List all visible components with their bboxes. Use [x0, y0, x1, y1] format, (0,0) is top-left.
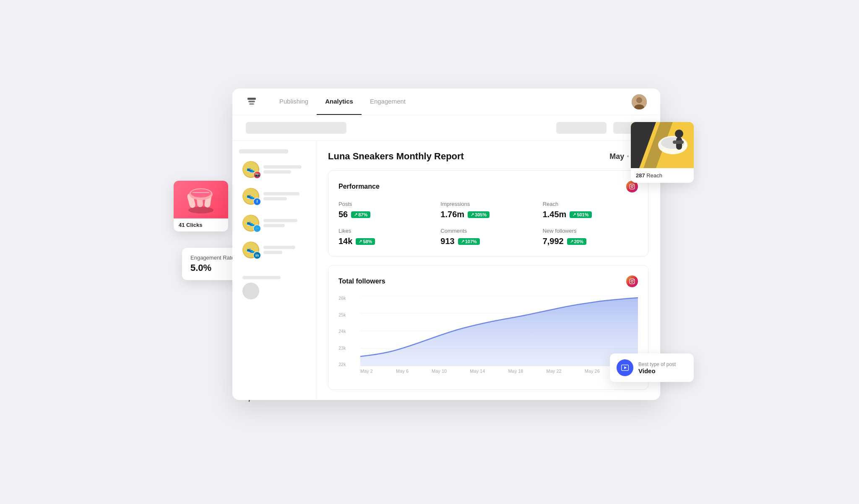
main-content: 👟 📷	[232, 141, 660, 400]
metric-impressions-value: 1.76m	[440, 210, 464, 219]
metric-impressions-label: Impressions	[440, 201, 536, 207]
svg-point-25	[631, 281, 633, 283]
chart-instagram-icon	[626, 275, 638, 287]
sidebar-more-area	[239, 273, 309, 309]
best-post-value: Video	[638, 367, 676, 374]
svg-point-22	[631, 186, 633, 188]
sidebar-bar	[263, 192, 299, 195]
reach-card: 287 Reach	[631, 122, 694, 183]
tab-publishing[interactable]: Publishing	[271, 88, 317, 115]
metric-posts-label: Posts	[338, 201, 434, 207]
nav-tabs: Publishing Analytics Engagement	[271, 88, 618, 115]
chart-area: 22k 23k 24k 25k 26k	[338, 296, 638, 379]
sidebar: 👟 📷	[232, 141, 316, 400]
sidebar-bar	[263, 165, 302, 169]
reach-label: 287 Reach	[631, 168, 694, 183]
sidebar-avatar-placeholder	[242, 283, 259, 299]
performance-card: Performance Posts	[328, 170, 648, 257]
metric-comments-row: 913 107%	[440, 236, 536, 246]
metric-impressions-badge: 305%	[468, 211, 489, 218]
chart-x-label: May 18	[508, 369, 523, 379]
tab-analytics[interactable]: Analytics	[317, 88, 362, 115]
sidebar-bar	[263, 219, 297, 222]
metric-likes-value: 14k	[338, 236, 352, 246]
metric-comments-badge: 107%	[458, 238, 480, 245]
chart-y-label: 23k	[338, 346, 359, 351]
metric-impressions-row: 1.76m 305%	[440, 210, 536, 219]
avatar[interactable]	[632, 94, 647, 109]
navbar: Publishing Analytics Engagement	[232, 88, 660, 115]
chart-card-header: Total followers	[338, 275, 638, 287]
metric-impressions: Impressions 1.76m 305%	[440, 201, 536, 219]
svg-rect-7	[247, 98, 256, 100]
svg-point-23	[633, 185, 634, 186]
svg-marker-41	[624, 366, 627, 369]
clicks-card: 41 Clicks	[174, 181, 228, 231]
sidebar-bar	[263, 197, 287, 200]
svg-rect-8	[248, 101, 255, 102]
report-month: May	[609, 152, 624, 161]
scene: 41 Clicks Engagement Rate 5.0%	[199, 88, 660, 416]
sidebar-skeleton-1	[239, 149, 288, 153]
metric-posts-value: 56	[338, 210, 348, 219]
report-dot: •	[627, 153, 629, 160]
sidebar-bar	[263, 224, 285, 227]
metric-followers-badge: 20%	[567, 238, 586, 245]
clicks-value: 41	[179, 222, 185, 228]
metric-likes-row: 14k 58%	[338, 236, 434, 246]
sub-header	[232, 115, 660, 141]
reach-image	[631, 122, 694, 168]
metric-followers-row: 7,992 20%	[543, 236, 638, 246]
metric-comments-value: 913	[440, 236, 454, 246]
chart-y-label: 22k	[338, 362, 359, 367]
sidebar-account-linkedin[interactable]: 👟 in	[239, 239, 309, 261]
linkedin-badge: in	[253, 252, 261, 259]
svg-rect-39	[673, 140, 684, 144]
svg-text:👟: 👟	[247, 165, 255, 173]
metric-posts: Posts 56 87%	[338, 201, 434, 219]
metric-likes-badge: 58%	[356, 238, 375, 245]
chart-x-label: May 6	[396, 369, 409, 379]
best-post-text: Best type of post Video	[638, 361, 676, 374]
sidebar-account-instagram[interactable]: 👟 📷	[239, 158, 309, 180]
svg-text:👟: 👟	[247, 219, 255, 227]
account-avatar-twitter: 👟 🐦	[242, 215, 259, 231]
chart-title: Total followers	[338, 278, 385, 285]
facebook-badge: f	[253, 198, 261, 205]
chart-x-label: May 14	[470, 369, 485, 379]
chart-x-label: May 22	[547, 369, 562, 379]
metrics-grid: Posts 56 87% Impressions 1.76m 305%	[338, 201, 638, 246]
performance-title: Performance	[338, 183, 380, 190]
app-window: Publishing Analytics Engagement	[232, 88, 660, 400]
sidebar-bar	[242, 276, 281, 279]
metric-comments-label: Comments	[440, 228, 536, 234]
sidebar-account-twitter[interactable]: 👟 🐦	[239, 212, 309, 234]
svg-text:👟: 👟	[247, 192, 255, 200]
content-panel: Luna Sneakers Monthly Report May • 1– 31…	[316, 141, 660, 400]
account-avatar-instagram: 👟 📷	[242, 161, 259, 178]
chart-y-label: 25k	[338, 312, 359, 317]
chart-x-label: May 10	[432, 369, 447, 379]
sub-header-bar-2	[556, 122, 607, 134]
metric-reach-value: 1.45m	[543, 210, 567, 219]
metric-followers-label: New followers	[543, 228, 638, 234]
account-avatar-facebook: 👟 f	[242, 188, 259, 205]
metric-followers: New followers 7,992 20%	[543, 228, 638, 246]
metric-likes-label: Likes	[338, 228, 434, 234]
sidebar-bar	[263, 246, 295, 249]
svg-point-11	[636, 97, 642, 103]
metric-posts-row: 56 87%	[338, 210, 434, 219]
metric-reach: Reach 1.45m 501%	[543, 201, 638, 219]
tab-engagement[interactable]: Engagement	[362, 88, 414, 115]
sidebar-bar	[263, 170, 291, 174]
logo[interactable]	[246, 96, 258, 108]
clicks-label: 41 Clicks	[174, 218, 228, 231]
chart-fill	[360, 298, 638, 366]
sidebar-account-facebook[interactable]: 👟 f	[239, 185, 309, 207]
sidebar-bar	[263, 251, 282, 254]
best-post-icon	[617, 359, 633, 376]
metric-posts-badge: 87%	[351, 211, 370, 218]
reach-value: 287	[636, 172, 645, 179]
logo-icon	[246, 96, 258, 108]
best-post-card: Best type of post Video	[610, 353, 694, 382]
